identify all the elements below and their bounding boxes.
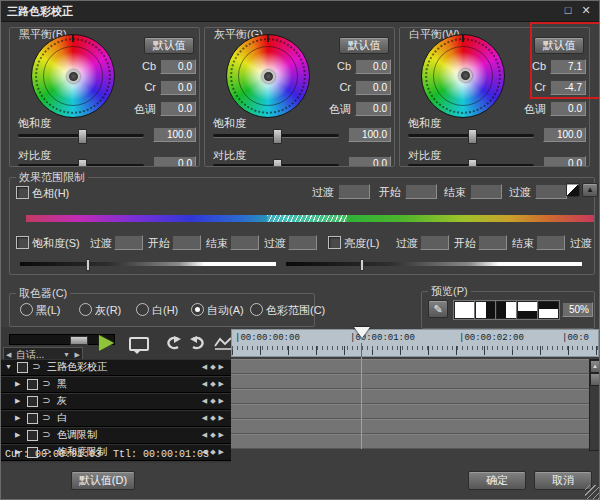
track-checkbox[interactable]: [27, 430, 38, 441]
luma-end-field[interactable]: [536, 235, 565, 250]
mask-view-icon[interactable]: ▲: [582, 183, 598, 197]
keyframe-track-area[interactable]: [231, 359, 589, 449]
track-checkbox[interactable]: [27, 379, 38, 390]
expand-icon[interactable]: ▶: [15, 377, 23, 391]
maximize-icon[interactable]: □: [561, 3, 575, 17]
keyframe-toggle-icon[interactable]: ⊃: [42, 394, 50, 408]
default-value-button[interactable]: 默认值: [144, 37, 194, 54]
cr-field[interactable]: 0.0: [160, 80, 196, 95]
keyframe-lane[interactable]: [231, 404, 589, 419]
luma-limit-checkbox[interactable]: [328, 236, 341, 249]
keyframe-nav[interactable]: ◀◆▶: [202, 428, 227, 442]
expand-icon[interactable]: ▶: [15, 394, 23, 408]
wheel-handle[interactable]: [67, 70, 80, 83]
contrast-slider[interactable]: [408, 164, 534, 167]
radio-gray[interactable]: [79, 303, 92, 316]
track-checkbox[interactable]: [27, 413, 38, 424]
range-handle[interactable]: [86, 259, 90, 271]
resize-grip[interactable]: [585, 485, 599, 499]
radio-color-range-label[interactable]: 色彩范围(C): [266, 303, 325, 318]
hue-field[interactable]: 0.0: [160, 101, 196, 116]
track-checkbox[interactable]: [27, 396, 38, 407]
luma-range-bar[interactable]: [286, 262, 582, 266]
saturation-slider[interactable]: [213, 134, 339, 138]
track-row[interactable]: ▶ ⊃ 灰 ◀◆▶: [1, 393, 231, 410]
preview-full-icon[interactable]: [454, 301, 475, 319]
saturation-field[interactable]: 100.0: [348, 127, 391, 142]
color-wheel[interactable]: [31, 34, 115, 118]
expand-icon[interactable]: ▶: [15, 428, 23, 442]
saturation-slider[interactable]: [18, 134, 144, 138]
radio-auto-label[interactable]: 自动(A): [207, 303, 244, 318]
slider-handle[interactable]: [78, 159, 87, 167]
curve-icon[interactable]: [213, 335, 233, 351]
preview-split-right-icon[interactable]: [475, 301, 496, 319]
keyframe-nav[interactable]: ◀◆▶: [202, 394, 227, 408]
pen-icon[interactable]: ✎: [428, 300, 448, 318]
track-row[interactable]: ▶ ⊃ 黑 ◀◆▶: [1, 376, 231, 393]
luma-softness-start-field[interactable]: [420, 235, 449, 250]
range-handle[interactable]: [360, 259, 364, 271]
preview-split-bottom-icon[interactable]: [517, 301, 538, 319]
sat-softness-start-field[interactable]: [114, 235, 143, 250]
slider-handle[interactable]: [78, 129, 87, 144]
hue-softness-start-field[interactable]: [338, 184, 370, 199]
default-value-button[interactable]: 默认值: [339, 37, 389, 54]
keyframe-nav[interactable]: ◀◆▶: [202, 411, 227, 425]
wheel-handle[interactable]: [262, 70, 275, 83]
wheel-handle[interactable]: [459, 69, 472, 82]
keyframe-lane[interactable]: [231, 374, 589, 389]
color-wheel[interactable]: [421, 34, 505, 118]
saturation-limit-checkbox[interactable]: [16, 236, 29, 249]
timeline-ruler[interactable]: |00:00:00:00 |00:00:01:00 |00:00:02:00 |…: [231, 329, 599, 357]
display-toggle-icon[interactable]: [129, 337, 149, 351]
radio-white-label[interactable]: 白(H): [152, 303, 178, 318]
contrast-slider[interactable]: [213, 164, 339, 167]
track-row[interactable]: ▶ ⊃ 色调限制 ◀◆▶: [1, 427, 231, 444]
slider-handle[interactable]: [273, 129, 282, 144]
hue-start-field[interactable]: [405, 184, 437, 199]
radio-auto[interactable]: [191, 303, 204, 316]
cr-field[interactable]: 0.0: [355, 80, 391, 95]
color-wheel[interactable]: [226, 34, 310, 118]
preview-split-top-icon[interactable]: [538, 301, 559, 319]
radio-black[interactable]: [20, 303, 33, 316]
play-button[interactable]: [99, 335, 114, 351]
keyframe-toggle-icon[interactable]: ⊃: [42, 377, 50, 391]
keyframe-toggle-icon[interactable]: ⊃: [42, 411, 50, 425]
keyframe-lane[interactable]: [231, 434, 589, 449]
hue-field[interactable]: 0.0: [550, 101, 586, 116]
preview-zoom-field[interactable]: 50%: [562, 302, 593, 317]
playhead-marker[interactable]: [354, 327, 370, 338]
keyframe-toggle-icon[interactable]: ⊃: [42, 428, 50, 442]
contrast-slider[interactable]: [18, 164, 144, 167]
sat-start-field[interactable]: [172, 235, 201, 250]
keyframe-lane[interactable]: [231, 419, 589, 434]
keyframe-lane[interactable]: [231, 389, 589, 404]
invert-mask-icon[interactable]: [566, 183, 580, 197]
hue-limit-checkbox[interactable]: [16, 186, 29, 199]
radio-black-label[interactable]: 黑(L): [36, 303, 60, 318]
slider-handle[interactable]: [468, 159, 477, 167]
radio-gray-label[interactable]: 灰(R): [95, 303, 121, 318]
scrollbar-thumb[interactable]: [590, 373, 600, 386]
track-row[interactable]: ▼ ⊃ 三路色彩校正 ◀◆▶: [1, 359, 231, 376]
saturation-field[interactable]: 100.0: [543, 127, 586, 142]
ok-button[interactable]: 确定: [468, 471, 526, 490]
close-icon[interactable]: ✕: [579, 3, 593, 17]
zoom-slider-handle[interactable]: [70, 336, 88, 345]
redo-icon[interactable]: [188, 335, 210, 351]
hue-field[interactable]: 0.0: [355, 101, 391, 116]
saturation-field[interactable]: 100.0: [153, 127, 196, 142]
contrast-field[interactable]: 0.0: [153, 156, 196, 167]
cancel-button[interactable]: 取消: [534, 471, 592, 490]
hue-softness-end-field[interactable]: [535, 184, 567, 199]
undo-icon[interactable]: [161, 335, 183, 351]
sat-softness-end-field[interactable]: [288, 235, 317, 250]
slider-handle[interactable]: [273, 159, 282, 167]
keyframe-nav[interactable]: ◀◆▶: [202, 377, 227, 391]
keyframe-toggle-icon[interactable]: ⊃: [32, 360, 40, 374]
track-row[interactable]: ▶ ⊃ 白 ◀◆▶: [1, 410, 231, 427]
vertical-scrollbar[interactable]: ▲: [589, 359, 600, 451]
track-checkbox[interactable]: [17, 362, 28, 373]
